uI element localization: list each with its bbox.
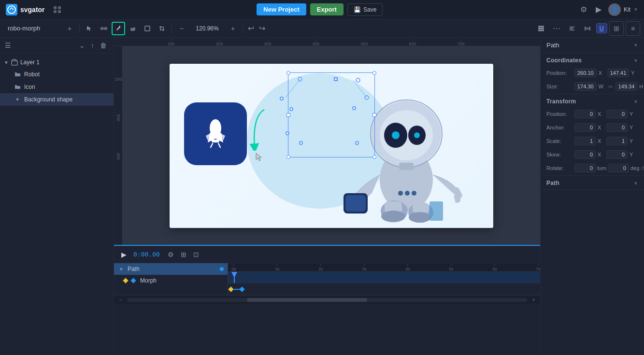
svg-rect-36: [413, 203, 429, 213]
t-pos-y[interactable]: 0: [606, 110, 628, 118]
position-y-value[interactable]: 147.41: [607, 69, 630, 77]
secondary-toolbar: robo-morph +: [0, 19, 644, 38]
hand-tool-button[interactable]: [126, 22, 140, 35]
scrollbar-thumb[interactable]: [247, 298, 367, 302]
play-button[interactable]: ▶: [118, 249, 129, 260]
skew-y[interactable]: 0: [606, 150, 628, 159]
layer-group-header-1[interactable]: ▼ Layer 1: [0, 57, 114, 68]
track-path[interactable]: [228, 272, 540, 284]
path-label: Path: [128, 266, 140, 272]
list-view-button[interactable]: ≡: [626, 22, 640, 35]
zoom-in-button[interactable]: +: [226, 22, 240, 35]
rotate-val1[interactable]: 0: [574, 164, 596, 172]
scrollbar-track[interactable]: [127, 298, 527, 302]
frame-tool-button[interactable]: [141, 22, 154, 35]
list-view-toggle[interactable]: ≡: [626, 21, 640, 36]
position-x-value[interactable]: 260.10: [574, 69, 597, 77]
save-button[interactable]: 💾 Save: [347, 3, 383, 16]
align-button[interactable]: [565, 22, 579, 35]
export-button[interactable]: Export: [310, 3, 343, 15]
timeline-controls: ▶ 0:00.00 ⚙ ⊞ ⊡: [114, 246, 540, 263]
transform-header[interactable]: Transform ▼: [541, 94, 644, 108]
scale-y[interactable]: 1: [606, 137, 628, 145]
path-section-header[interactable]: Path ▼: [541, 176, 644, 189]
handle-tl[interactable]: [286, 71, 290, 75]
path-dot: [220, 267, 224, 271]
size-w-value[interactable]: 174.30: [574, 82, 597, 91]
skew-x-unit: X: [598, 152, 604, 157]
rotate-val2[interactable]: 0: [608, 164, 629, 172]
crop-tool-button[interactable]: [155, 22, 169, 35]
size-label: Size:: [546, 84, 572, 89]
grid-view-toggle[interactable]: ⊞: [609, 21, 624, 36]
underline-tool[interactable]: U: [596, 23, 607, 33]
path-section-chevron: ▼: [633, 181, 638, 186]
rotate-reset-icon[interactable]: ↺: [641, 165, 644, 171]
playhead[interactable]: [234, 272, 235, 283]
path-point-5[interactable]: [299, 141, 303, 145]
svg-rect-18: [585, 27, 586, 30]
user-chip[interactable]: 👤 Kit ▼: [608, 3, 638, 16]
add-layer-button[interactable]: +: [63, 22, 76, 35]
timeline-settings-button[interactable]: ⚙: [166, 249, 175, 260]
path-point-4[interactable]: [286, 131, 289, 135]
path-point-2[interactable]: [280, 97, 284, 100]
path-point-6[interactable]: [352, 106, 356, 110]
path-point-7[interactable]: [355, 141, 359, 145]
path-expand-button[interactable]: ▼: [118, 267, 125, 272]
snap-grid-button[interactable]: [534, 22, 548, 35]
svg-point-8: [542, 26, 544, 27]
track-morph[interactable]: [228, 284, 540, 295]
skew-x[interactable]: 0: [574, 150, 596, 159]
path-point-top[interactable]: [334, 77, 338, 81]
svg-point-12: [538, 29, 540, 31]
scrollbar-right[interactable]: +: [531, 296, 536, 304]
ruler-1s: 1s: [275, 264, 280, 271]
node-tool-button[interactable]: [97, 22, 111, 35]
settings-icon[interactable]: ⚙: [578, 3, 589, 16]
morph-keyframe-start: [123, 278, 128, 283]
anchor-y[interactable]: 0: [606, 123, 628, 132]
collapse-all-button[interactable]: ⌄: [77, 41, 87, 50]
size-h-value[interactable]: 149.34: [615, 82, 638, 91]
layers-header: ☰ ⌄ ↑ 🗑: [0, 38, 114, 54]
t-pos-x[interactable]: 0: [574, 110, 596, 118]
rocket-icon-box: [184, 102, 247, 165]
top-right-controls: ⚙ ▶ 👤 Kit ▼: [578, 3, 638, 16]
timeline-grid-button[interactable]: ⊞: [179, 249, 188, 260]
path-point-3[interactable]: [289, 107, 293, 111]
ruler-tick-400: 400: [312, 39, 319, 46]
scrollbar-left[interactable]: −: [118, 296, 123, 304]
ruler-tick-600: 600: [409, 39, 416, 46]
coordinates-header[interactable]: Coordinates ▼: [541, 53, 644, 67]
layer-up-button[interactable]: ↑: [89, 41, 96, 50]
select-tool-button[interactable]: [83, 22, 96, 35]
timeline-loop-button[interactable]: ⊡: [192, 249, 200, 260]
position-label: Position:: [546, 70, 572, 76]
canvas-viewport[interactable]: [123, 46, 540, 245]
play-preview-icon[interactable]: ▶: [594, 3, 603, 16]
layer-item-icon[interactable]: Icon: [0, 81, 114, 93]
new-project-button[interactable]: New Project: [257, 3, 306, 15]
pen-tool-button[interactable]: [112, 22, 125, 35]
zoom-out-button[interactable]: −: [175, 22, 188, 35]
layers-content: ▼ Layer 1 Ro: [0, 54, 114, 355]
layer-item-background-shape[interactable]: ✦ Background shape: [0, 93, 114, 106]
ruler-ticks-container: 100 200 300 400 500 600 700: [123, 38, 540, 46]
snap-options-button[interactable]: ⋯: [550, 22, 563, 35]
chevron-down-icon: ▼: [633, 7, 638, 12]
svg-rect-19: [589, 27, 590, 30]
timeline-label-path[interactable]: ▼ Path: [114, 263, 228, 275]
undo-button[interactable]: ↩: [246, 22, 256, 35]
skew-row: Skew: 0 X 0 Y: [541, 148, 644, 161]
grid-view-button[interactable]: ⊞: [610, 22, 623, 35]
scale-x[interactable]: 1: [574, 137, 596, 145]
distribute-button[interactable]: [581, 22, 594, 35]
keyframe-morph-end[interactable]: [239, 286, 244, 292]
toolbar-divider-3: [243, 24, 243, 33]
timeline-label-morph[interactable]: Morph: [114, 275, 228, 286]
redo-button[interactable]: ↪: [257, 22, 267, 35]
layer-item-robot[interactable]: Robot: [0, 68, 114, 81]
layer-delete-button[interactable]: 🗑: [98, 41, 109, 50]
anchor-x[interactable]: 0: [574, 123, 596, 132]
